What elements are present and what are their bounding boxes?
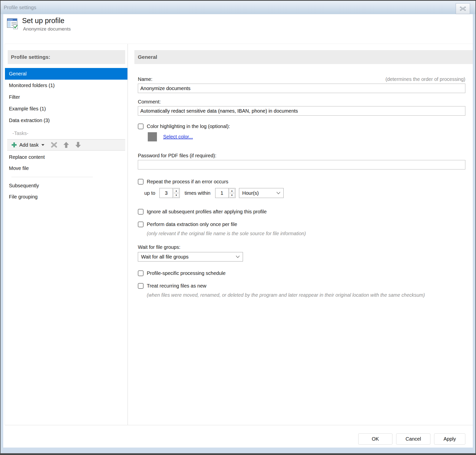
repeat-settings-row: up to 3 ▲ ▼ times within 1 ▲ (144, 188, 465, 198)
add-task-button[interactable]: Add task (10, 141, 46, 149)
delete-task-button[interactable] (50, 141, 58, 149)
sidebar-item-label: Data extraction (3) (9, 118, 50, 123)
color-swatch[interactable] (148, 132, 157, 141)
sidebar-item-label: Example files (1) (9, 106, 46, 112)
times-within-label: times within (184, 190, 210, 196)
sidebar-item-label: Subsequently (9, 183, 39, 189)
page-subtitle: Anonymize documents (23, 26, 71, 32)
window-border (0, 0, 476, 1)
tasks-toolbar: Add task (7, 139, 125, 151)
interval-count-stepper[interactable]: 1 ▲ ▼ (215, 188, 236, 198)
arrow-up-icon (63, 142, 69, 148)
window-border (0, 0, 0, 455)
sidebar-nav: General Monitored folders (1) Filter Exa… (5, 68, 127, 126)
sidebar-item-example-files[interactable]: Example files (1) (5, 103, 127, 115)
ignore-profiles-row[interactable]: Ignore all subsequent profiles after app… (138, 209, 465, 215)
page-header: Set up profile Anonymize documents (7, 16, 71, 32)
dialog-footer: OK Cancel Apply (3, 433, 473, 445)
sidebar-item-label: Monitored folders (1) (9, 83, 55, 88)
name-input[interactable] (138, 84, 465, 93)
sidebar-item-general[interactable]: General (5, 68, 127, 80)
close-button[interactable] (456, 3, 470, 14)
stepper-up-icon[interactable]: ▲ (173, 189, 179, 193)
sidebar-item-file-grouping[interactable]: File grouping (5, 191, 127, 202)
retry-count-stepper[interactable]: 3 ▲ ▼ (159, 188, 180, 198)
arrow-down-icon (75, 142, 81, 148)
color-highlight-row[interactable]: Color highlighting in the log (optional)… (138, 124, 465, 129)
retry-count-value: 3 (160, 188, 173, 198)
stepper-down-icon[interactable]: ▼ (173, 193, 179, 197)
add-icon (11, 142, 17, 148)
ignore-profiles-label: Ignore all subsequent profiles after app… (147, 209, 267, 215)
titlebar: Profile settings (0, 1, 476, 14)
task-item-label: Move file (9, 165, 29, 171)
repeat-process-checkbox[interactable] (138, 179, 144, 185)
sidebar-item-label: General (9, 71, 27, 77)
chevron-down-icon (236, 256, 240, 258)
recurring-row[interactable]: Treat recurring files as new (138, 283, 465, 289)
window-title: Profile settings (4, 5, 36, 10)
apply-button[interactable]: Apply (434, 433, 465, 445)
sidebar-item-filter[interactable]: Filter (5, 91, 127, 103)
ok-button[interactable]: OK (358, 433, 392, 445)
select-color-link[interactable]: Select color... (163, 134, 193, 140)
settings-body: Profile settings: General Monitored fold… (5, 44, 473, 425)
delete-icon (51, 142, 57, 148)
name-hint: (determines the order of processing) (386, 76, 465, 82)
section-title: General (134, 50, 473, 64)
color-highlight-checkbox[interactable] (138, 124, 144, 129)
name-label: Name: (138, 76, 152, 82)
cancel-button[interactable]: Cancel (396, 433, 430, 445)
stepper-up-icon[interactable]: ▲ (229, 189, 235, 193)
wait-groups-value: Wait for all file groups (141, 254, 189, 260)
profile-window-icon (7, 18, 19, 30)
task-item-replace-content[interactable]: Replace content (5, 152, 127, 163)
repeat-process-row[interactable]: Repeat the process if an error occurs (138, 179, 465, 185)
comment-input[interactable] (138, 106, 465, 116)
schedule-checkbox[interactable] (138, 270, 144, 276)
sidebar-bottom-nav: Subsequently File grouping (5, 180, 127, 202)
stepper-buttons: ▲ ▼ (228, 188, 235, 198)
move-task-down-button[interactable] (74, 141, 82, 149)
stepper-down-icon[interactable]: ▼ (229, 193, 235, 197)
window-border (0, 453, 476, 455)
extract-once-note: (only relevant if the original file name… (147, 229, 465, 237)
stepper-buttons: ▲ ▼ (173, 188, 179, 198)
task-item-move-file[interactable]: Move file (5, 163, 127, 174)
up-to-label: up to (144, 190, 155, 196)
general-panel: General Name: (determines the order of p… (128, 44, 473, 425)
sidebar-item-monitored-folders[interactable]: Monitored folders (1) (5, 80, 127, 91)
sidebar-heading: Profile settings: (8, 50, 125, 64)
sidebar-item-label: File grouping (9, 194, 38, 200)
profile-settings-dialog: Profile settings (0, 0, 476, 455)
dialog-content: Set up profile Anonymize documents Profi… (3, 14, 473, 448)
recurring-note: (when files were moved, renamed, or dele… (147, 291, 465, 299)
wait-groups-label: Wait for file groups: (138, 244, 180, 250)
sidebar-separator (11, 177, 93, 177)
chevron-down-icon (276, 192, 280, 194)
sidebar-item-data-extraction[interactable]: Data extraction (3) (5, 115, 127, 126)
comment-label: Comment: (138, 99, 161, 105)
move-task-up-button[interactable] (62, 141, 70, 149)
add-task-label: Add task (19, 142, 39, 148)
color-highlight-label: Color highlighting in the log (optional)… (147, 124, 230, 129)
schedule-row[interactable]: Profile-specific processing schedule (138, 270, 465, 276)
pdf-password-label: Password for PDF files (if required): (138, 153, 216, 159)
pdf-password-input[interactable] (138, 160, 465, 169)
sidebar: Profile settings: General Monitored fold… (5, 44, 128, 425)
sidebar-item-subsequently[interactable]: Subsequently (5, 180, 127, 191)
extract-once-checkbox[interactable] (138, 222, 144, 227)
recurring-label: Treat recurring files as new (147, 283, 206, 289)
interval-count-value: 1 (215, 188, 228, 198)
page-title: Set up profile (22, 16, 71, 26)
color-select-row: Select color... (148, 132, 465, 141)
close-icon (460, 6, 466, 11)
extract-once-label: Perform data extraction only once per fi… (147, 222, 237, 227)
tasks-section-label: -Tasks- (5, 128, 127, 139)
wait-groups-dropdown[interactable]: Wait for all file groups (138, 252, 243, 261)
extract-once-row[interactable]: Perform data extraction only once per fi… (138, 222, 465, 227)
chevron-down-icon (41, 144, 44, 146)
interval-unit-dropdown[interactable]: Hour(s) (239, 188, 284, 198)
ignore-profiles-checkbox[interactable] (138, 209, 144, 215)
recurring-checkbox[interactable] (138, 283, 144, 289)
